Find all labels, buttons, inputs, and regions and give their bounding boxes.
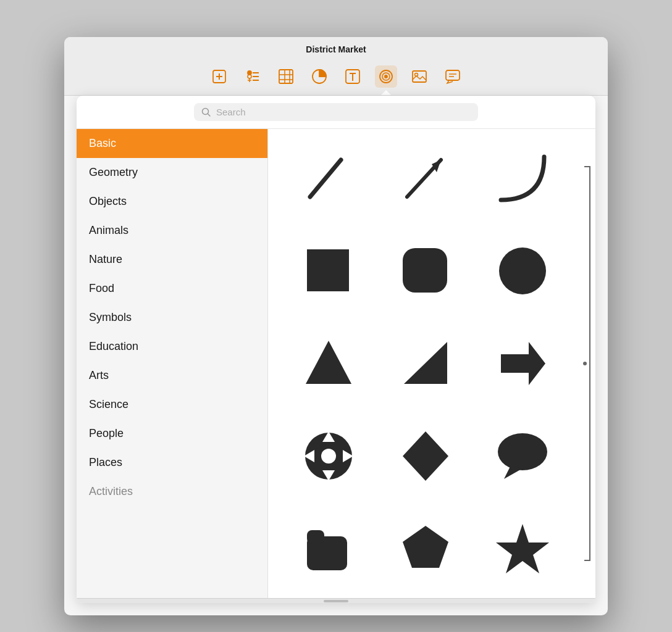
svg-marker-35 [306, 341, 351, 384]
scroll-thumb [324, 600, 348, 602]
svg-point-43 [321, 449, 336, 464]
text-icon [344, 68, 361, 85]
category-list: Basic Geometry Objects Animals Nature Fo… [77, 129, 268, 598]
comment-icon [444, 68, 461, 85]
shape-arrow-diagonal[interactable] [384, 141, 468, 215]
scroll-indicator [77, 598, 595, 603]
shapes-panel: Basic Geometry Objects Animals Nature Fo… [77, 96, 595, 603]
category-item-education[interactable]: Education [77, 332, 267, 361]
shape-tab[interactable] [287, 512, 371, 586]
diagonal-line-shape [301, 151, 356, 206]
comment-button[interactable] [442, 65, 464, 88]
shapes-grid [287, 141, 577, 586]
rounded-rect-shape [398, 243, 453, 299]
app-window: District Market [64, 37, 608, 615]
svg-line-29 [310, 160, 341, 197]
svg-marker-49 [403, 526, 448, 568]
svg-point-7 [248, 75, 251, 78]
four-arrow-shape [301, 428, 356, 484]
star-shape [495, 521, 550, 576]
search-bar [194, 103, 478, 121]
chart-button[interactable] [308, 65, 330, 88]
panel-body: Basic Geometry Objects Animals Nature Fo… [77, 129, 595, 598]
diamond-shape [398, 428, 453, 484]
svg-point-45 [498, 433, 547, 470]
right-triangle-shape [398, 336, 453, 391]
window-title: District Market [64, 44, 608, 60]
svg-marker-46 [504, 467, 523, 479]
shape-rounded-rect[interactable] [384, 234, 468, 308]
shape-pentagon[interactable] [384, 512, 468, 586]
shape-curve[interactable] [480, 141, 565, 215]
svg-point-34 [499, 247, 546, 294]
svg-rect-32 [307, 249, 349, 291]
shape-arrow-right[interactable] [480, 326, 565, 401]
add-button[interactable] [208, 65, 230, 88]
shape-four-arrow[interactable] [287, 419, 371, 493]
table-icon [277, 68, 295, 85]
category-item-nature[interactable]: Nature [77, 245, 267, 274]
list-add-button[interactable] [242, 65, 264, 88]
search-input[interactable] [216, 107, 471, 117]
svg-rect-33 [403, 248, 447, 293]
shape-speech-bubble[interactable] [480, 419, 565, 493]
bracket-dot [583, 362, 587, 365]
category-item-basic[interactable]: Basic [77, 129, 267, 158]
triangle-shape [301, 336, 356, 391]
search-container [77, 96, 595, 129]
shape-diagonal-line[interactable] [287, 141, 371, 215]
pentagon-shape [398, 521, 453, 576]
table-button[interactable] [275, 65, 297, 88]
svg-point-21 [385, 75, 387, 78]
svg-line-28 [208, 114, 211, 116]
plus-icon [211, 68, 228, 85]
svg-rect-10 [279, 70, 293, 83]
svg-marker-36 [404, 342, 447, 384]
category-item-people[interactable]: People [77, 419, 267, 448]
image-icon [411, 68, 428, 85]
arrow-right-shape [495, 336, 550, 391]
shapes-grid-container [268, 129, 595, 598]
category-item-animals[interactable]: Animals [77, 216, 267, 245]
category-item-geometry[interactable]: Geometry [77, 158, 267, 187]
shapes-panel-wrapper: Basic Geometry Objects Animals Nature Fo… [64, 96, 608, 603]
svg-marker-37 [501, 342, 545, 385]
category-item-activities[interactable]: Activities [77, 477, 267, 506]
circle-shape [495, 243, 550, 299]
shapes-button[interactable] [375, 65, 397, 88]
tab-shape [301, 521, 356, 576]
shape-square[interactable] [287, 234, 371, 308]
svg-marker-44 [403, 431, 448, 481]
svg-rect-48 [307, 530, 324, 544]
image-button[interactable] [408, 65, 430, 88]
category-item-places[interactable]: Places [77, 448, 267, 477]
speech-bubble-shape [495, 428, 550, 484]
arrow-diagonal-shape [398, 151, 453, 206]
category-item-objects[interactable]: Objects [77, 187, 267, 216]
chart-icon [311, 68, 328, 85]
category-item-symbols[interactable]: Symbols [77, 303, 267, 332]
title-bar: District Market [64, 37, 608, 96]
square-shape [301, 243, 356, 299]
svg-rect-24 [446, 70, 460, 80]
svg-marker-50 [496, 524, 549, 573]
shape-diamond[interactable] [384, 419, 468, 493]
svg-point-3 [248, 71, 251, 75]
shape-circle[interactable] [480, 234, 565, 308]
category-item-science[interactable]: Science [77, 390, 267, 419]
shape-star[interactable] [480, 512, 565, 586]
svg-rect-22 [413, 71, 426, 82]
shapes-icon [377, 68, 395, 85]
category-item-food[interactable]: Food [77, 274, 267, 303]
toolbar [64, 60, 608, 95]
category-item-arts[interactable]: Arts [77, 361, 267, 390]
search-icon [201, 107, 211, 117]
list-add-icon [244, 68, 261, 85]
shape-right-triangle[interactable] [384, 326, 468, 401]
text-button[interactable] [342, 65, 364, 88]
curve-shape [495, 151, 550, 206]
shape-triangle[interactable] [287, 326, 371, 401]
